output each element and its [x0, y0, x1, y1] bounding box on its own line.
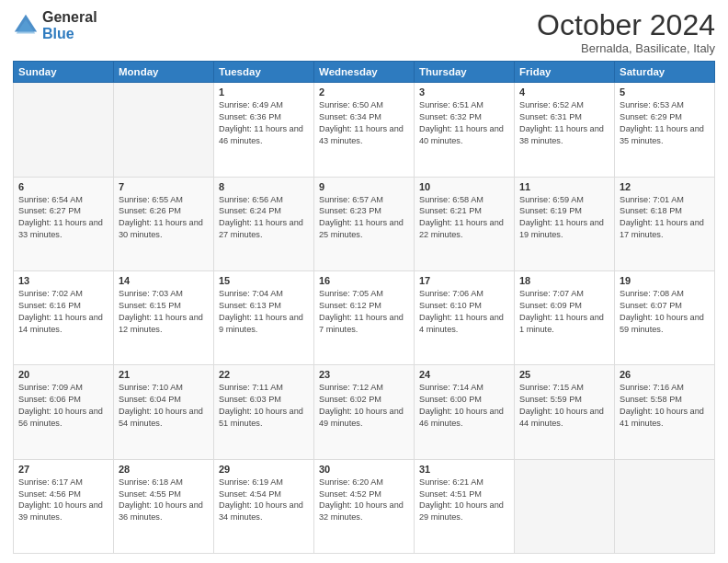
day-info: Sunrise: 7:02 AM Sunset: 6:16 PM Dayligh…	[18, 288, 108, 336]
calendar-cell: 7Sunrise: 6:55 AM Sunset: 6:26 PM Daylig…	[114, 177, 214, 270]
logo-icon	[13, 13, 39, 39]
week-row-3: 20Sunrise: 7:09 AM Sunset: 6:06 PM Dayli…	[14, 365, 715, 459]
calendar-cell: 8Sunrise: 6:56 AM Sunset: 6:24 PM Daylig…	[214, 177, 314, 270]
calendar: Sunday Monday Tuesday Wednesday Thursday…	[13, 61, 715, 554]
day-number: 23	[319, 369, 409, 380]
day-number: 7	[119, 181, 209, 192]
day-number: 5	[620, 86, 710, 98]
day-info: Sunrise: 6:49 AM Sunset: 6:36 PM Dayligh…	[219, 99, 309, 147]
day-number: 4	[519, 86, 609, 98]
calendar-cell: 16Sunrise: 7:05 AM Sunset: 6:12 PM Dayli…	[314, 270, 415, 364]
day-number: 17	[419, 275, 509, 286]
day-number: 14	[119, 275, 209, 286]
logo-general-label: General	[42, 9, 97, 26]
day-info: Sunrise: 7:07 AM Sunset: 6:09 PM Dayligh…	[519, 288, 609, 336]
logo-text: General Blue	[42, 9, 97, 41]
day-number: 15	[219, 275, 309, 286]
logo: General Blue	[13, 9, 97, 41]
day-info: Sunrise: 6:21 AM Sunset: 4:51 PM Dayligh…	[419, 477, 509, 524]
day-number: 9	[319, 181, 409, 192]
calendar-cell: 24Sunrise: 7:14 AM Sunset: 6:00 PM Dayli…	[415, 365, 515, 459]
calendar-cell: 18Sunrise: 7:07 AM Sunset: 6:09 PM Dayli…	[515, 270, 615, 364]
col-wednesday: Wednesday	[314, 62, 415, 83]
calendar-cell: 29Sunrise: 6:19 AM Sunset: 4:54 PM Dayli…	[214, 459, 314, 553]
day-number: 28	[119, 464, 209, 475]
day-info: Sunrise: 6:53 AM Sunset: 6:29 PM Dayligh…	[620, 99, 710, 147]
day-number: 10	[419, 181, 509, 192]
day-info: Sunrise: 7:09 AM Sunset: 6:06 PM Dayligh…	[18, 382, 108, 430]
day-info: Sunrise: 6:20 AM Sunset: 4:52 PM Dayligh…	[319, 477, 409, 524]
day-info: Sunrise: 7:05 AM Sunset: 6:12 PM Dayligh…	[319, 288, 409, 336]
calendar-cell: 19Sunrise: 7:08 AM Sunset: 6:07 PM Dayli…	[615, 270, 715, 364]
calendar-cell: 23Sunrise: 7:12 AM Sunset: 6:02 PM Dayli…	[314, 365, 415, 459]
day-number: 1	[219, 86, 309, 98]
day-number: 12	[620, 181, 710, 192]
calendar-cell: 22Sunrise: 7:11 AM Sunset: 6:03 PM Dayli…	[214, 365, 314, 459]
day-number: 26	[620, 369, 710, 380]
day-number: 2	[319, 86, 409, 98]
day-number: 6	[18, 181, 108, 192]
day-number: 27	[18, 464, 108, 475]
calendar-cell: 17Sunrise: 7:06 AM Sunset: 6:10 PM Dayli…	[415, 270, 515, 364]
day-info: Sunrise: 6:55 AM Sunset: 6:26 PM Dayligh…	[119, 194, 209, 242]
calendar-cell: 31Sunrise: 6:21 AM Sunset: 4:51 PM Dayli…	[415, 459, 515, 553]
day-info: Sunrise: 6:19 AM Sunset: 4:54 PM Dayligh…	[219, 477, 309, 524]
header: General Blue October 2024 Bernalda, Basi…	[13, 9, 715, 55]
day-info: Sunrise: 7:15 AM Sunset: 5:59 PM Dayligh…	[519, 382, 609, 430]
calendar-cell: 2Sunrise: 6:50 AM Sunset: 6:34 PM Daylig…	[314, 83, 415, 177]
day-number: 8	[219, 181, 309, 192]
col-saturday: Saturday	[615, 62, 715, 83]
calendar-cell: 6Sunrise: 6:54 AM Sunset: 6:27 PM Daylig…	[14, 177, 114, 270]
day-info: Sunrise: 7:04 AM Sunset: 6:13 PM Dayligh…	[219, 288, 309, 336]
week-row-4: 27Sunrise: 6:17 AM Sunset: 4:56 PM Dayli…	[14, 459, 715, 553]
calendar-cell: 3Sunrise: 6:51 AM Sunset: 6:32 PM Daylig…	[415, 83, 515, 177]
calendar-cell: 1Sunrise: 6:49 AM Sunset: 6:36 PM Daylig…	[214, 83, 314, 177]
title-area: October 2024 Bernalda, Basilicate, Italy	[537, 9, 715, 55]
day-info: Sunrise: 6:17 AM Sunset: 4:56 PM Dayligh…	[18, 477, 108, 524]
week-row-0: 1Sunrise: 6:49 AM Sunset: 6:36 PM Daylig…	[14, 83, 715, 177]
calendar-cell: 14Sunrise: 7:03 AM Sunset: 6:15 PM Dayli…	[114, 270, 214, 364]
calendar-cell	[515, 459, 615, 553]
day-number: 25	[519, 369, 609, 380]
calendar-cell: 27Sunrise: 6:17 AM Sunset: 4:56 PM Dayli…	[14, 459, 114, 553]
col-friday: Friday	[515, 62, 615, 83]
day-number: 16	[319, 275, 409, 286]
calendar-cell	[615, 459, 715, 553]
day-number: 20	[18, 369, 108, 380]
logo-blue-label: Blue	[42, 26, 97, 42]
month-title: October 2024	[537, 9, 715, 41]
day-number: 31	[419, 464, 509, 475]
col-thursday: Thursday	[415, 62, 515, 83]
calendar-cell: 13Sunrise: 7:02 AM Sunset: 6:16 PM Dayli…	[14, 270, 114, 364]
day-info: Sunrise: 7:11 AM Sunset: 6:03 PM Dayligh…	[219, 382, 309, 430]
calendar-cell: 5Sunrise: 6:53 AM Sunset: 6:29 PM Daylig…	[615, 83, 715, 177]
day-info: Sunrise: 7:01 AM Sunset: 6:18 PM Dayligh…	[620, 194, 710, 242]
day-number: 19	[620, 275, 710, 286]
day-info: Sunrise: 6:51 AM Sunset: 6:32 PM Dayligh…	[419, 99, 509, 147]
calendar-cell: 28Sunrise: 6:18 AM Sunset: 4:55 PM Dayli…	[114, 459, 214, 553]
day-number: 11	[519, 181, 609, 192]
week-row-2: 13Sunrise: 7:02 AM Sunset: 6:16 PM Dayli…	[14, 270, 715, 364]
day-number: 21	[119, 369, 209, 380]
day-info: Sunrise: 6:54 AM Sunset: 6:27 PM Dayligh…	[18, 194, 108, 242]
calendar-cell: 4Sunrise: 6:52 AM Sunset: 6:31 PM Daylig…	[515, 83, 615, 177]
col-monday: Monday	[114, 62, 214, 83]
calendar-cell: 9Sunrise: 6:57 AM Sunset: 6:23 PM Daylig…	[314, 177, 415, 270]
day-number: 13	[18, 275, 108, 286]
page: General Blue October 2024 Bernalda, Basi…	[0, 0, 728, 563]
calendar-cell: 30Sunrise: 6:20 AM Sunset: 4:52 PM Dayli…	[314, 459, 415, 553]
calendar-cell	[114, 83, 214, 177]
day-number: 22	[219, 369, 309, 380]
day-info: Sunrise: 7:08 AM Sunset: 6:07 PM Dayligh…	[620, 288, 710, 336]
calendar-cell: 15Sunrise: 7:04 AM Sunset: 6:13 PM Dayli…	[214, 270, 314, 364]
calendar-cell: 11Sunrise: 6:59 AM Sunset: 6:19 PM Dayli…	[515, 177, 615, 270]
day-info: Sunrise: 7:10 AM Sunset: 6:04 PM Dayligh…	[119, 382, 209, 430]
day-number: 3	[419, 86, 509, 98]
calendar-cell: 26Sunrise: 7:16 AM Sunset: 5:58 PM Dayli…	[615, 365, 715, 459]
day-number: 29	[219, 464, 309, 475]
col-tuesday: Tuesday	[214, 62, 314, 83]
day-info: Sunrise: 7:14 AM Sunset: 6:00 PM Dayligh…	[419, 382, 509, 430]
header-row: Sunday Monday Tuesday Wednesday Thursday…	[14, 62, 715, 83]
col-sunday: Sunday	[14, 62, 114, 83]
day-info: Sunrise: 7:16 AM Sunset: 5:58 PM Dayligh…	[620, 382, 710, 430]
